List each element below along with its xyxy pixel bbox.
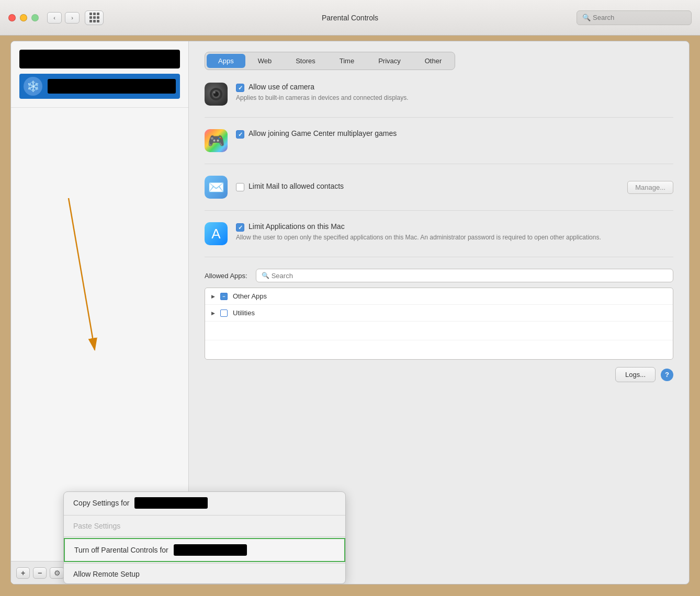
apps-search-icon: 🔍 [262, 272, 269, 279]
logs-button[interactable]: Logs... [615, 367, 656, 382]
allowed-apps-section: Allowed Apps: 🔍 ▶ − Other Apps ▶ U [205, 269, 673, 360]
manage-button[interactable]: Manage... [627, 181, 673, 194]
sidebar: ❄️ + − ⚙ Copy Settings for [11, 41, 189, 584]
arrow-indicator [27, 188, 121, 371]
mail-checkbox-label[interactable]: Limit Mail to allowed contacts [236, 182, 619, 192]
gear-button[interactable]: ⚙ [50, 567, 64, 579]
minimize-button[interactable] [20, 14, 27, 21]
help-button[interactable]: ? [661, 369, 673, 381]
other-apps-checkbox[interactable]: − [220, 293, 228, 300]
appstore-checkmark: ✓ [238, 224, 243, 231]
appstore-desc: Allow the user to open only the specifie… [236, 233, 673, 242]
camera-title: Allow use of camera [249, 83, 314, 91]
titlebar: ‹ › Parental Controls 🔍 [0, 0, 700, 36]
grid-view-button[interactable] [85, 10, 104, 25]
list-item-utilities[interactable]: ▶ Utilities [205, 305, 673, 322]
apps-search-bar[interactable]: 🔍 [256, 269, 673, 282]
allowed-apps-header: Allowed Apps: 🔍 [205, 269, 673, 282]
close-button[interactable] [8, 14, 16, 21]
list-item-empty-1 [205, 322, 673, 340]
appstore-checkbox-label[interactable]: ✓ Limit Applications on this Mac [236, 222, 673, 233]
mail-setting-content: Limit Mail to allowed contacts [236, 182, 619, 192]
context-copy-settings[interactable]: Copy Settings for [64, 492, 345, 514]
copy-settings-name [134, 497, 208, 509]
context-remote-setup[interactable]: Allow Remote Setup [64, 565, 345, 583]
gamecenter-setting-content: ✓ Allow joining Game Center multiplayer … [236, 129, 673, 140]
apps-list: ▶ − Other Apps ▶ Utilities [205, 288, 673, 360]
search-bar[interactable]: 🔍 [577, 10, 692, 25]
remove-user-button[interactable]: − [33, 567, 47, 579]
camera-desc: Applies to built-in cameras in devices a… [236, 93, 673, 102]
context-copy-label: Copy Settings for [73, 499, 129, 507]
context-turnoff-parental[interactable]: Turn off Parental Controls for [64, 538, 345, 562]
context-divider-2 [64, 536, 345, 537]
tab-time[interactable]: Time [328, 54, 366, 68]
allowed-apps-label: Allowed Apps: [205, 272, 247, 280]
other-apps-label: Other Apps [233, 292, 267, 300]
tab-stores[interactable]: Stores [284, 54, 327, 68]
grid-icon [89, 13, 99, 22]
appstore-setting-row: A ✓ Limit Applications on this Mac Allow… [205, 222, 673, 257]
gamecenter-title: Allow joining Game Center multiplayer ga… [249, 129, 397, 137]
appstore-checkbox[interactable]: ✓ [236, 223, 244, 232]
back-button[interactable]: ‹ [47, 12, 62, 24]
camera-checkbox[interactable]: ✓ [236, 84, 244, 92]
tab-privacy[interactable]: Privacy [367, 54, 412, 68]
mail-setting-row: ✉️ Limit Mail to allowed contacts Manage… [205, 176, 673, 211]
triangle-icon-other: ▶ [211, 294, 215, 299]
sidebar-user-area: ❄️ [11, 41, 188, 108]
context-remote-label: Allow Remote Setup [73, 570, 140, 578]
main-window: ❄️ + − ⚙ Copy Settings for [10, 41, 690, 584]
appstore-title: Limit Applications on this Mac [249, 222, 345, 231]
svg-line-1 [69, 198, 95, 350]
camera-setting-content: ✓ Allow use of camera Applies to built-i… [236, 83, 673, 102]
triangle-icon-utilities: ▶ [211, 311, 215, 316]
gamecenter-checkbox[interactable]: ✓ [236, 130, 244, 139]
svg-point-5 [213, 91, 216, 94]
appstore-setting-content: ✓ Limit Applications on this Mac Allow t… [236, 222, 673, 242]
context-divider-3 [64, 563, 345, 564]
search-icon: 🔍 [582, 14, 591, 21]
gamecenter-icon: 🎮 [205, 129, 228, 152]
camera-icon [205, 83, 228, 106]
mail-icon: ✉️ [205, 176, 228, 199]
camera-setting-row: ✓ Allow use of camera Applies to built-i… [205, 83, 673, 118]
context-divider-1 [64, 515, 345, 515]
tab-apps[interactable]: Apps [207, 54, 245, 68]
bottom-action-area: 🔓 Logs... ? [205, 360, 673, 382]
context-paste-label: Paste Settings [73, 522, 120, 530]
tab-web[interactable]: Web [246, 54, 284, 68]
camera-checkmark: ✓ [238, 85, 243, 91]
context-turnoff-label: Turn off Parental Controls for [74, 546, 168, 554]
user-avatar: ❄️ [24, 77, 42, 96]
context-paste-settings[interactable]: Paste Settings [64, 517, 345, 535]
gamecenter-checkbox-label[interactable]: ✓ Allow joining Game Center multiplayer … [236, 129, 673, 140]
mail-title: Limit Mail to allowed contacts [249, 182, 344, 190]
gamecenter-setting-row: 🎮 ✓ Allow joining Game Center multiplaye… [205, 129, 673, 164]
turnoff-name [174, 544, 247, 556]
window-title: Parental Controls [322, 14, 378, 22]
utilities-label: Utilities [233, 309, 255, 317]
search-input[interactable] [593, 14, 686, 21]
nav-buttons: ‹ › [47, 12, 80, 24]
tab-other[interactable]: Other [413, 54, 454, 68]
selected-user-name-redacted [48, 79, 176, 94]
maximize-button[interactable] [31, 14, 39, 21]
mail-checkbox[interactable] [236, 183, 244, 191]
context-menu: Copy Settings for Paste Settings Turn of… [63, 491, 346, 584]
user-name-redacted [19, 50, 180, 68]
gamecenter-checkmark: ✓ [238, 131, 243, 138]
list-item-other-apps[interactable]: ▶ − Other Apps [205, 288, 673, 305]
appstore-icon: A [205, 222, 228, 245]
camera-checkbox-label[interactable]: ✓ Allow use of camera [236, 83, 673, 93]
traffic-lights [8, 14, 39, 21]
apps-search-input[interactable] [272, 272, 668, 280]
utilities-checkbox[interactable] [220, 310, 228, 317]
forward-button[interactable]: › [65, 12, 80, 24]
list-item-empty-2 [205, 340, 673, 359]
add-user-button[interactable]: + [16, 567, 30, 579]
selected-user-row[interactable]: ❄️ [19, 74, 180, 99]
tabs-bar: Apps Web Stores Time Privacy Other [205, 52, 455, 70]
